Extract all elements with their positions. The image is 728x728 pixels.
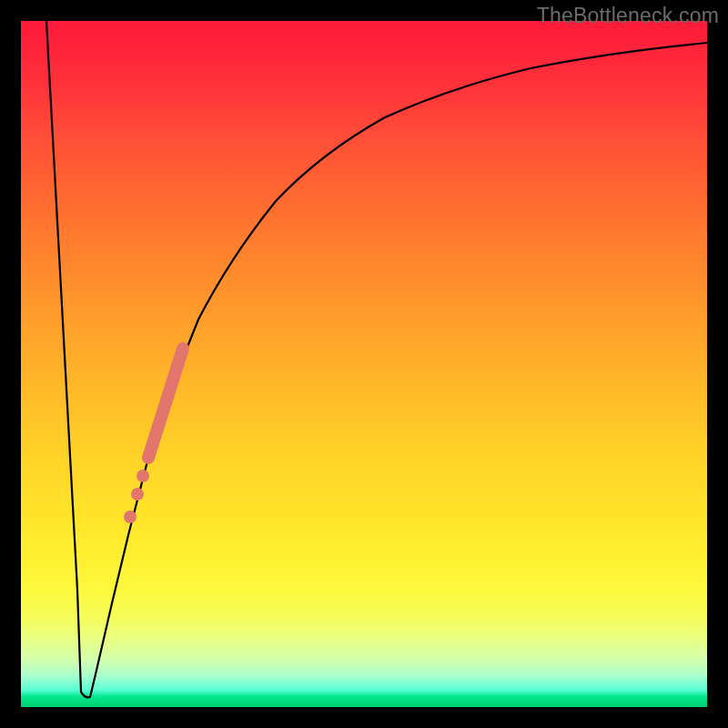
chart-container: TheBottleneck.com xyxy=(0,0,728,728)
highlight-segment xyxy=(148,349,183,458)
plot-area xyxy=(21,21,707,707)
highlight-dot xyxy=(136,470,149,482)
highlight-dot xyxy=(124,511,136,523)
curve-layer xyxy=(21,21,707,707)
watermark-text: TheBottleneck.com xyxy=(537,4,719,28)
highlight-dot xyxy=(131,488,144,500)
bottleneck-curve xyxy=(46,21,707,697)
